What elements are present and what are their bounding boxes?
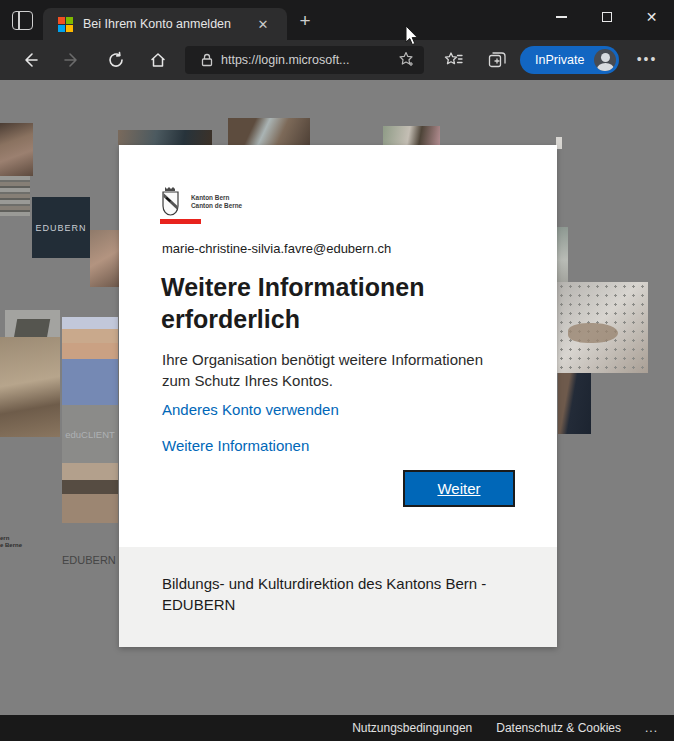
footer-more-options[interactable]: ... (645, 721, 658, 735)
profile-avatar-icon (594, 49, 616, 71)
dialog-body-text: Ihre Organisation benötigt weitere Infor… (162, 349, 514, 391)
photo-tile-two-people (228, 118, 310, 145)
new-tab-button[interactable]: + (293, 10, 317, 34)
page-footer-bar: Nutzungsbedingungen Datenschutz & Cookie… (0, 715, 674, 741)
educlient-tile: eduCLIENT (62, 405, 118, 463)
photo-tile-family (0, 337, 60, 437)
photo-tile-phone (557, 282, 648, 373)
microsoft-logo-icon (58, 17, 73, 32)
lock-icon (201, 53, 213, 67)
photo-tile-face (0, 123, 33, 176)
inprivate-label: InPrivate (535, 53, 584, 67)
page-background: EDUBERN eduCLIENT ern e Berne EDUBERN is… (0, 80, 674, 715)
favorites-icon[interactable] (442, 49, 464, 71)
browser-window: Bei Ihrem Konto anmelden ✕ + ✕ https://l… (0, 0, 674, 741)
kanton-bern-logo-text: Kanton Bern Canton de Berne (191, 194, 242, 209)
window-controls: ✕ (539, 0, 674, 34)
tab-actions-menu-icon[interactable] (12, 11, 33, 30)
photo-tile-dark-face (558, 373, 591, 434)
inprivate-badge[interactable]: InPrivate (520, 46, 619, 74)
kanton-bern-crest-icon (161, 186, 180, 222)
photo-tile-stripes (0, 176, 30, 216)
photo-tile-top-right (383, 126, 440, 145)
maximize-button[interactable] (584, 0, 629, 34)
edubern-logo-tile: EDUBERN (32, 197, 90, 258)
privacy-cookies-link[interactable]: Datenschutz & Cookies (496, 721, 621, 735)
photo-tile-girl (62, 317, 118, 405)
add-favorite-icon[interactable] (398, 51, 415, 72)
educlient-tile-label: eduCLIENT (65, 429, 115, 440)
edubern-tile-label: EDUBERN (35, 223, 86, 233)
url-text: https://login.microsoft... (221, 53, 350, 67)
browser-toolbar: https://login.microsoft... InPrivate ••• (0, 40, 674, 80)
edubern-ist-text: EDUBERN ist (62, 554, 119, 566)
close-button[interactable]: ✕ (629, 0, 674, 34)
back-icon[interactable] (19, 49, 41, 71)
kanton-logo-fragment: ern e Berne (0, 535, 22, 549)
photo-tile-person-strip (557, 227, 568, 282)
signin-dialog: Kanton Bern Canton de Berne marie-christ… (119, 145, 557, 647)
tab-title: Bei Ihrem Konto anmelden (83, 17, 251, 31)
organization-name: Bildungs- und Kulturdirektion des Kanton… (162, 573, 502, 615)
more-information-link[interactable]: Weitere Informationen (162, 437, 309, 454)
collections-icon[interactable] (486, 49, 508, 71)
address-bar[interactable]: https://login.microsoft... (185, 46, 424, 74)
weiter-button[interactable]: Weiter (403, 470, 515, 507)
settings-menu-icon[interactable]: ••• (634, 49, 660, 71)
browser-tab[interactable]: Bei Ihrem Konto anmelden ✕ (43, 8, 287, 40)
forward-icon (61, 49, 83, 71)
photo-tile-woman (90, 230, 119, 287)
reload-icon[interactable] (105, 49, 127, 71)
kanton-bern-red-bar (160, 219, 201, 224)
dialog-heading: Weitere Informationen erforderlich (161, 271, 424, 335)
minimize-button[interactable] (539, 0, 584, 34)
photo-tile-top-middle (118, 130, 212, 145)
dialog-footer: Bildungs- und Kulturdirektion des Kanton… (119, 547, 557, 647)
tab-close-icon[interactable]: ✕ (253, 17, 273, 32)
use-other-account-link[interactable]: Anderes Konto verwenden (162, 401, 339, 418)
photo-tile-glasses (62, 463, 118, 523)
terms-of-use-link[interactable]: Nutzungsbedingungen (352, 721, 472, 735)
title-bar: Bei Ihrem Konto anmelden ✕ + ✕ (0, 0, 674, 40)
user-email: marie-christine-silvia.favre@edubern.ch (162, 241, 391, 256)
home-icon[interactable] (147, 49, 169, 71)
